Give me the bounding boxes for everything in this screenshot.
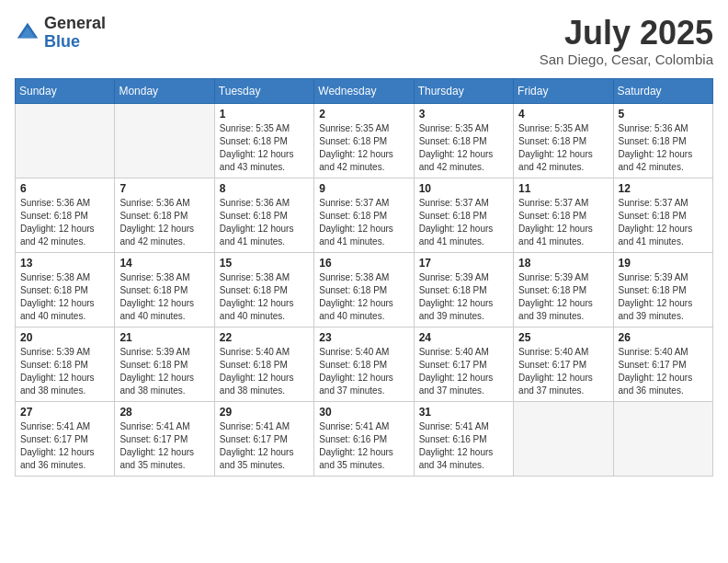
col-header-saturday: Saturday (613, 78, 712, 103)
day-info: Sunrise: 5:41 AM Sunset: 6:16 PM Dayligh… (319, 420, 408, 472)
day-number: 29 (220, 406, 309, 419)
col-header-friday: Friday (514, 78, 613, 103)
day-info: Sunrise: 5:36 AM Sunset: 6:18 PM Dayligh… (20, 197, 109, 248)
day-number: 6 (20, 182, 109, 195)
calendar-cell: 11Sunrise: 5:37 AM Sunset: 6:18 PM Dayli… (514, 178, 613, 252)
day-number: 27 (20, 406, 109, 419)
day-info: Sunrise: 5:36 AM Sunset: 6:18 PM Dayligh… (619, 122, 708, 174)
calendar-week-1: 1Sunrise: 5:35 AM Sunset: 6:18 PM Daylig… (16, 103, 713, 178)
logo-general-text: General (44, 15, 106, 33)
day-info: Sunrise: 5:37 AM Sunset: 6:18 PM Dayligh… (319, 197, 408, 248)
day-info: Sunrise: 5:41 AM Sunset: 6:17 PM Dayligh… (220, 420, 309, 472)
day-number: 30 (319, 406, 408, 419)
calendar-cell: 30Sunrise: 5:41 AM Sunset: 6:16 PM Dayli… (314, 401, 414, 476)
calendar-week-4: 20Sunrise: 5:39 AM Sunset: 6:18 PM Dayli… (16, 327, 713, 401)
day-number: 4 (518, 108, 608, 121)
day-number: 8 (220, 182, 309, 195)
day-info: Sunrise: 5:38 AM Sunset: 6:18 PM Dayligh… (119, 271, 209, 323)
day-info: Sunrise: 5:41 AM Sunset: 6:17 PM Dayligh… (20, 420, 109, 472)
calendar-cell: 24Sunrise: 5:40 AM Sunset: 6:17 PM Dayli… (414, 327, 513, 401)
calendar-week-3: 13Sunrise: 5:38 AM Sunset: 6:18 PM Dayli… (16, 252, 713, 327)
calendar-cell: 21Sunrise: 5:39 AM Sunset: 6:18 PM Dayli… (115, 327, 214, 401)
day-number: 24 (419, 331, 508, 344)
day-info: Sunrise: 5:37 AM Sunset: 6:18 PM Dayligh… (419, 197, 508, 248)
page-header: General Blue July 2025 San Diego, Cesar,… (15, 15, 713, 67)
day-info: Sunrise: 5:39 AM Sunset: 6:18 PM Dayligh… (518, 271, 608, 323)
calendar-cell: 20Sunrise: 5:39 AM Sunset: 6:18 PM Dayli… (16, 327, 115, 401)
day-number: 7 (119, 182, 209, 195)
calendar-cell: 22Sunrise: 5:40 AM Sunset: 6:18 PM Dayli… (214, 327, 313, 401)
day-info: Sunrise: 5:38 AM Sunset: 6:18 PM Dayligh… (20, 271, 109, 323)
day-info: Sunrise: 5:40 AM Sunset: 6:18 PM Dayligh… (319, 346, 408, 397)
day-number: 25 (518, 331, 608, 344)
col-header-monday: Monday (115, 78, 214, 103)
day-number: 17 (419, 257, 508, 270)
title-block: July 2025 San Diego, Cesar, Colombia (540, 15, 713, 67)
day-info: Sunrise: 5:39 AM Sunset: 6:18 PM Dayligh… (619, 271, 708, 323)
calendar-cell: 3Sunrise: 5:35 AM Sunset: 6:18 PM Daylig… (414, 103, 513, 178)
day-info: Sunrise: 5:38 AM Sunset: 6:18 PM Dayligh… (319, 271, 408, 323)
calendar-cell: 27Sunrise: 5:41 AM Sunset: 6:17 PM Dayli… (16, 401, 115, 476)
col-header-wednesday: Wednesday (314, 78, 414, 103)
day-number: 14 (119, 257, 209, 270)
col-header-tuesday: Tuesday (214, 78, 313, 103)
calendar-cell: 29Sunrise: 5:41 AM Sunset: 6:17 PM Dayli… (214, 401, 313, 476)
calendar-cell: 1Sunrise: 5:35 AM Sunset: 6:18 PM Daylig… (214, 103, 313, 178)
day-number: 5 (619, 108, 708, 121)
day-number: 12 (619, 182, 708, 195)
day-info: Sunrise: 5:39 AM Sunset: 6:18 PM Dayligh… (20, 346, 109, 397)
calendar-table: SundayMondayTuesdayWednesdayThursdayFrid… (15, 78, 713, 477)
calendar-cell (115, 103, 214, 178)
logo-text: General Blue (44, 15, 106, 52)
calendar-cell: 25Sunrise: 5:40 AM Sunset: 6:17 PM Dayli… (514, 327, 613, 401)
col-header-sunday: Sunday (16, 78, 115, 103)
calendar-cell (514, 401, 613, 476)
calendar-cell: 13Sunrise: 5:38 AM Sunset: 6:18 PM Dayli… (16, 252, 115, 327)
day-number: 23 (319, 331, 408, 344)
logo-blue-text: Blue (44, 33, 106, 52)
day-number: 26 (619, 331, 708, 344)
calendar-cell: 14Sunrise: 5:38 AM Sunset: 6:18 PM Dayli… (115, 252, 214, 327)
day-info: Sunrise: 5:40 AM Sunset: 6:17 PM Dayligh… (619, 346, 708, 397)
calendar-cell: 28Sunrise: 5:41 AM Sunset: 6:17 PM Dayli… (115, 401, 214, 476)
calendar-cell: 10Sunrise: 5:37 AM Sunset: 6:18 PM Dayli… (414, 178, 513, 252)
day-info: Sunrise: 5:37 AM Sunset: 6:18 PM Dayligh… (619, 197, 708, 248)
calendar-week-2: 6Sunrise: 5:36 AM Sunset: 6:18 PM Daylig… (16, 178, 713, 252)
logo-icon (15, 20, 40, 46)
location-text: San Diego, Cesar, Colombia (540, 52, 713, 67)
calendar-cell: 8Sunrise: 5:36 AM Sunset: 6:18 PM Daylig… (214, 178, 313, 252)
day-number: 2 (319, 108, 408, 121)
col-header-thursday: Thursday (414, 78, 513, 103)
day-number: 15 (220, 257, 309, 270)
day-info: Sunrise: 5:40 AM Sunset: 6:18 PM Dayligh… (220, 346, 309, 397)
calendar-cell: 6Sunrise: 5:36 AM Sunset: 6:18 PM Daylig… (16, 178, 115, 252)
day-number: 20 (20, 331, 109, 344)
day-number: 22 (220, 331, 309, 344)
calendar-header-row: SundayMondayTuesdayWednesdayThursdayFrid… (16, 78, 713, 103)
day-info: Sunrise: 5:35 AM Sunset: 6:18 PM Dayligh… (220, 122, 309, 174)
calendar-cell: 4Sunrise: 5:35 AM Sunset: 6:18 PM Daylig… (514, 103, 613, 178)
calendar-cell: 2Sunrise: 5:35 AM Sunset: 6:18 PM Daylig… (314, 103, 414, 178)
day-info: Sunrise: 5:41 AM Sunset: 6:16 PM Dayligh… (419, 420, 508, 472)
calendar-cell: 5Sunrise: 5:36 AM Sunset: 6:18 PM Daylig… (613, 103, 712, 178)
calendar-cell: 19Sunrise: 5:39 AM Sunset: 6:18 PM Dayli… (613, 252, 712, 327)
day-number: 1 (220, 108, 309, 121)
calendar-cell (16, 103, 115, 178)
calendar-cell: 17Sunrise: 5:39 AM Sunset: 6:18 PM Dayli… (414, 252, 513, 327)
logo: General Blue (15, 15, 106, 52)
day-info: Sunrise: 5:36 AM Sunset: 6:18 PM Dayligh… (119, 197, 209, 248)
day-number: 11 (518, 182, 608, 195)
day-info: Sunrise: 5:38 AM Sunset: 6:18 PM Dayligh… (220, 271, 309, 323)
day-number: 16 (319, 257, 408, 270)
day-number: 9 (319, 182, 408, 195)
day-number: 10 (419, 182, 508, 195)
day-info: Sunrise: 5:40 AM Sunset: 6:17 PM Dayligh… (518, 346, 608, 397)
day-info: Sunrise: 5:41 AM Sunset: 6:17 PM Dayligh… (119, 420, 209, 472)
calendar-cell: 15Sunrise: 5:38 AM Sunset: 6:18 PM Dayli… (214, 252, 313, 327)
day-info: Sunrise: 5:40 AM Sunset: 6:17 PM Dayligh… (419, 346, 508, 397)
day-info: Sunrise: 5:39 AM Sunset: 6:18 PM Dayligh… (119, 346, 209, 397)
day-number: 21 (119, 331, 209, 344)
day-number: 3 (419, 108, 508, 121)
calendar-cell: 9Sunrise: 5:37 AM Sunset: 6:18 PM Daylig… (314, 178, 414, 252)
day-info: Sunrise: 5:37 AM Sunset: 6:18 PM Dayligh… (518, 197, 608, 248)
